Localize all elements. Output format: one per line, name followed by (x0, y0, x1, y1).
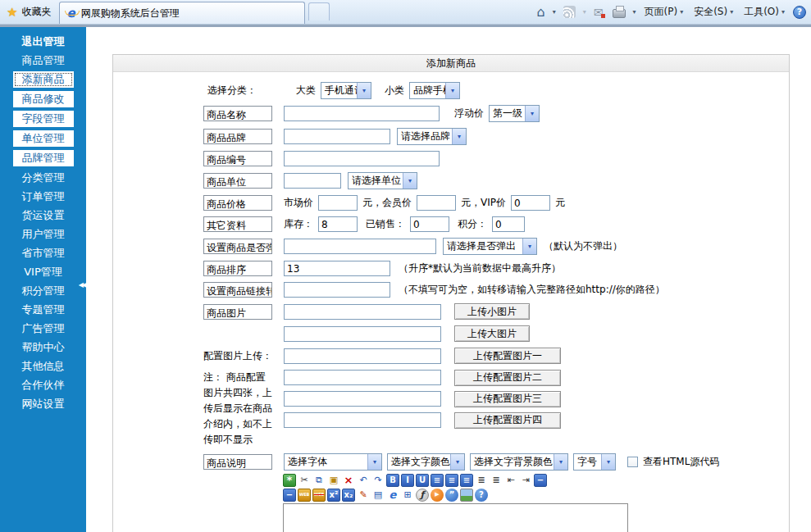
remove-line-icon[interactable]: − (283, 489, 296, 502)
sort-input[interactable] (284, 261, 390, 276)
text-color-select[interactable]: 选择文字颜色 ▾ (387, 453, 465, 471)
font-size-select[interactable]: 字号 ▾ (573, 453, 616, 471)
insert-table-icon[interactable]: ⊞ (401, 489, 414, 502)
help-button[interactable]: ? (793, 6, 806, 19)
bullet-list-icon[interactable]: ≣ (475, 474, 488, 487)
sidebar-item-ad-mgmt[interactable]: 广告管理 (0, 321, 86, 337)
text-bgcolor-select[interactable]: 选择文字背景颜色 ▾ (470, 453, 568, 471)
sidebar-item-user-mgmt[interactable]: 用户管理 (0, 226, 86, 243)
market-price-input[interactable] (318, 195, 358, 211)
new-tab-button[interactable] (308, 2, 330, 20)
highlight-pen-icon[interactable]: ✎ (357, 489, 370, 502)
sidebar-item-product-mgmt[interactable]: 商品管理 (0, 52, 86, 69)
sidebar-item-region-mgmt[interactable]: 省市管理 (0, 245, 86, 261)
browser-preview-icon[interactable]: e (386, 489, 399, 502)
product-code-input[interactable] (284, 151, 440, 166)
subscript-icon[interactable]: x₂ (342, 489, 355, 502)
sidebar-item-other-info[interactable]: 其他信息 (0, 358, 86, 375)
popup-select[interactable]: 请选择是否弹出 ▾ (443, 238, 537, 255)
sidebar-item-add-product[interactable]: 添新商品 (13, 71, 74, 88)
undo-icon[interactable]: ↶ (357, 474, 370, 487)
member-price-input[interactable] (417, 195, 456, 211)
copy-icon[interactable]: ⧉ (312, 474, 326, 487)
remove-link-icon[interactable]: WEB (312, 489, 326, 502)
major-category-select[interactable]: 手机通讯 ▾ (321, 82, 371, 99)
stock-input[interactable] (318, 216, 358, 232)
italic-icon[interactable]: I (401, 474, 414, 487)
product-name-input[interactable] (284, 106, 440, 121)
upload-config-image3-button[interactable]: 上传配置图片三 (454, 391, 561, 407)
sold-input[interactable] (410, 216, 449, 232)
upload-big-image-button[interactable]: 上传大图片 (454, 325, 530, 342)
config-image2-input[interactable] (284, 370, 441, 385)
minor-category-select[interactable]: 品牌手机 ▾ (409, 82, 460, 99)
insert-date-icon[interactable]: ▤ (371, 489, 385, 502)
link-input[interactable] (284, 282, 390, 298)
paste-icon[interactable]: ▣ (327, 474, 340, 487)
align-right-icon[interactable]: ≡ (460, 474, 473, 487)
home-dropdown-caret[interactable]: ▾ (553, 8, 556, 16)
underline-icon[interactable]: U (416, 474, 429, 487)
outdent-icon[interactable]: ⇤ (504, 474, 517, 487)
new-icon[interactable]: * (283, 474, 296, 487)
page-menu[interactable]: 页面(P)▾ (642, 5, 686, 19)
config-image4-input[interactable] (284, 412, 441, 428)
config-image1-input[interactable] (284, 348, 441, 364)
tools-menu[interactable]: 工具(O)▾ (741, 5, 787, 19)
config-image3-input[interactable] (284, 391, 441, 407)
product-unit-input[interactable] (284, 173, 341, 189)
popup-input[interactable] (284, 239, 436, 254)
home-button[interactable]: ⌂ (535, 4, 547, 20)
upload-config-image2-button[interactable]: 上传配置图片二 (454, 370, 561, 386)
big-image-path-input[interactable] (284, 326, 441, 342)
align-center-icon[interactable]: ≡ (445, 474, 458, 487)
mail-button[interactable]: ✉ (592, 4, 605, 20)
view-html-checkbox[interactable] (627, 457, 638, 467)
numbered-list-icon[interactable]: ≣ (490, 474, 503, 487)
flash-icon[interactable]: ƒ (416, 489, 429, 502)
sidebar-item-product-edit[interactable]: 商品修改 (13, 91, 74, 107)
sidebar-item-partners[interactable]: 合作伙伴 (0, 377, 86, 393)
upload-small-image-button[interactable]: 上传小图片 (454, 303, 530, 320)
feed-button[interactable] (562, 4, 577, 20)
print-dropdown-caret[interactable]: ▾ (633, 8, 636, 16)
cut-icon[interactable]: ✂ (298, 474, 311, 487)
browser-tab[interactable]: e 网展购物系统后台管理 (59, 2, 305, 24)
sidebar-item-field-mgmt[interactable]: 字段管理 (13, 111, 74, 127)
upload-config-image4-button[interactable]: 上传配置图片四 (454, 412, 561, 429)
small-image-path-input[interactable] (284, 304, 441, 320)
redo-icon[interactable]: ↷ (371, 474, 385, 487)
float-price-select[interactable]: 第一级 ▾ (489, 105, 540, 122)
superscript-icon[interactable]: x² (327, 489, 340, 502)
favorites-button[interactable]: ★ 收藏夹 (0, 0, 59, 24)
print-button[interactable] (611, 4, 627, 20)
upload-config-image1-button[interactable]: 上传配置图片一 (454, 348, 561, 364)
indent-icon[interactable]: ⇥ (519, 474, 532, 487)
sidebar-item-brand-mgmt[interactable]: 品牌管理 (13, 150, 74, 166)
sidebar-item-points-mgmt[interactable]: 积分管理 (0, 283, 86, 299)
sidebar-item-category-mgmt[interactable]: 分类管理 (0, 170, 86, 186)
vip-price-input[interactable] (511, 195, 550, 211)
sidebar-item-topic-mgmt[interactable]: 专题管理 (0, 302, 86, 318)
sidebar-collapse-icon[interactable]: ◀◀ (79, 281, 85, 289)
sidebar-item-order-mgmt[interactable]: 订单管理 (0, 189, 86, 205)
sidebar-item-shipping-settings[interactable]: 货运设置 (0, 207, 86, 224)
product-brand-input[interactable] (284, 129, 390, 144)
brand-select[interactable]: 请选择品牌 ▾ (397, 128, 467, 145)
security-menu[interactable]: 安全(S)▾ (691, 5, 736, 19)
sidebar-item-site-settings[interactable]: 网站设置 (0, 396, 86, 412)
font-select[interactable]: 选择字体 ▾ (284, 453, 382, 471)
align-left-icon[interactable]: ≡ (431, 474, 444, 487)
comment-icon[interactable]: ” (445, 489, 458, 502)
sidebar-item-unit-mgmt[interactable]: 单位管理 (13, 130, 74, 147)
bold-icon[interactable]: B (386, 474, 399, 487)
delete-icon[interactable]: × (342, 474, 355, 487)
sidebar-item-help-center[interactable]: 帮助中心 (0, 339, 86, 356)
points-input[interactable] (492, 216, 525, 232)
sidebar-item-vip-mgmt[interactable]: VIP管理 (0, 264, 86, 280)
insert-link-icon[interactable]: WEB (298, 489, 311, 502)
unit-select[interactable]: 请选择单位 ▾ (348, 172, 417, 189)
help-icon[interactable]: ? (475, 489, 488, 502)
horizontal-rule-icon[interactable]: − (534, 474, 547, 487)
media-icon[interactable]: ▶ (431, 489, 444, 502)
